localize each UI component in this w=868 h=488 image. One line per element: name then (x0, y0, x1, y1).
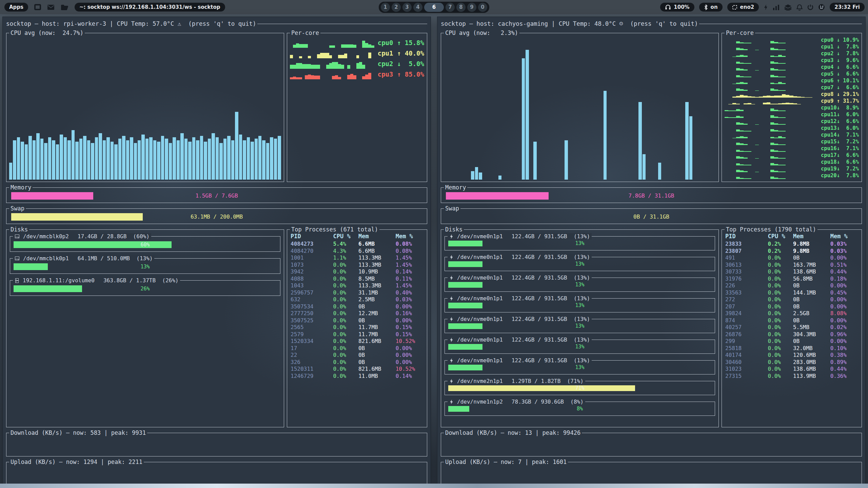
core-sparkline (725, 86, 816, 91)
process-row: 304600.0%283.0MB0.89% (722, 359, 862, 366)
process-mem: 2.5MB (358, 296, 396, 303)
active-window-title[interactable]: ~: socktop ws://192.168.1.104:3031/ws - … (75, 3, 225, 12)
core-row: cpu19↓ 7.2% (725, 165, 859, 172)
process-pid: 207 (725, 303, 768, 310)
app-logo-icon[interactable] (818, 4, 825, 11)
terminal-window-rpi-worker-3[interactable]: socktop — host: rpi-worker-3 | CPU Temp:… (3, 17, 431, 484)
clock[interactable]: 23:32 Fri (830, 3, 865, 12)
signal-bars-icon[interactable] (773, 4, 780, 10)
process-cpu: 0.0% (333, 282, 358, 289)
process-pid: 1001 (291, 255, 333, 262)
core-sparkline (725, 140, 816, 145)
chart-bar (177, 140, 180, 180)
workspace-1[interactable]: 1 (381, 3, 390, 12)
memory-panel: Memory 1.5GB / 7.6GB (6, 187, 427, 203)
core-sparkline (290, 39, 374, 48)
process-pid: 1246729 (291, 373, 333, 380)
cpu-avg-label: CPU avg (now: 2.3%) (444, 30, 519, 36)
disk-entry: /dev/nvme0n1p1122.4GB / 931.5GB (13%)13% (445, 340, 715, 354)
process-mem-pct: 0.03% (396, 296, 423, 303)
process-mem-pct: 0.16% (396, 310, 423, 317)
workspace-6[interactable]: 6 (424, 3, 444, 12)
disk-usage-pct: 60% (14, 241, 277, 248)
chart-bar (638, 102, 642, 180)
volume-pill[interactable]: 100% (660, 3, 694, 12)
per-core-list: cpu0 ↓ 10.9%cpu1 ↓ 7.8%cpu2 ↓ 7.8%cpu3 ↓… (722, 33, 862, 179)
core-label: cpu3 ↑ 85.0% (378, 69, 424, 79)
process-mem: 56.8MB (793, 276, 830, 283)
workspace-2[interactable]: 2 (392, 3, 401, 12)
chart-bar (138, 140, 141, 180)
core-label: cpu10↓ 8.9% (821, 104, 859, 111)
process-pid: 27315 (725, 373, 768, 380)
process-mem: 0B (358, 345, 396, 352)
terminal-window-cachyos-gaming[interactable]: socktop — host: cachyos-gaming | CPU Tem… (437, 17, 865, 484)
process-row: 220.0%0B0.00% (287, 352, 427, 359)
process-mem-pct: 0.10% (830, 345, 858, 352)
network-pill[interactable]: eno2 (727, 3, 759, 12)
workspace-9[interactable]: 9 (467, 3, 476, 12)
process-row: 2070.0%0B0.00% (722, 303, 862, 310)
process-pid: 326 (291, 359, 333, 366)
disk-entry: /dev/nvme0n1p1122.4GB / 931.5GB (13%)13% (445, 278, 715, 292)
process-row: 2260.0%0B0.00% (722, 282, 862, 289)
disk-list: /dev/mmcblk0p217.4GB / 28.8GB (60%)60%/d… (6, 236, 284, 296)
process-row: 310230.0%138.6MB0.44% (722, 366, 862, 373)
disk-name: /dev/nvme0n1p1 (457, 295, 503, 302)
bluetooth-pill[interactable]: on (699, 3, 723, 12)
process-row: 40880.0%8.5MB0.11% (287, 276, 427, 283)
workspace-0[interactable]: 0 (478, 3, 487, 12)
chart-bar (161, 136, 164, 180)
process-pid: 1073 (291, 262, 333, 269)
disk-title: /dev/nvme0n1p1122.4GB / 931.5GB (13%) (448, 316, 592, 322)
disk-usage: 363.8GB / 1.37TB (26%) (103, 277, 179, 284)
process-row: 25650.0%11.7MB0.15% (287, 324, 427, 331)
workspace-7[interactable]: 7 (446, 3, 455, 12)
chart-bar (643, 154, 646, 180)
upload-chart (9, 467, 424, 484)
upload-label: Upload (KB/s) — now: 1294 | peak: 2211 (9, 459, 144, 465)
process-pid: 4084273 (291, 241, 333, 248)
process-mem: 6.6MB (358, 248, 396, 255)
process-row: 307330.0%138.6MB0.44% (722, 268, 862, 276)
chart-bar (247, 137, 250, 180)
layers-icon[interactable] (784, 4, 792, 11)
chart-bar (48, 137, 51, 180)
disk-usage: 122.4GB / 931.5GB (13%) (512, 233, 590, 240)
process-row: 25967570.0%31.1MB0.40% (287, 289, 427, 297)
chart-bar (95, 137, 98, 180)
process-pid: 3942 (291, 268, 333, 276)
process-mem: 113.3MB (358, 262, 396, 269)
workspace-4[interactable]: 4 (413, 3, 422, 12)
disk-usage-bar: 13% (448, 365, 711, 370)
process-cpu: 0.0% (333, 262, 358, 269)
swap-label: Swap (9, 205, 26, 212)
process-row: 15203340.0%821.6MB10.52% (287, 338, 427, 345)
process-row: 170.0%0B0.00% (287, 345, 427, 352)
workspace-8[interactable]: 8 (456, 3, 466, 12)
power-profile-icon[interactable] (764, 4, 768, 11)
desktop-wallpaper-strip (0, 484, 868, 488)
disk-entry: /dev/nvme1n1p278.3GB / 930.6GB (8%)8% (445, 402, 715, 416)
process-row: 8740.0%0B0.00% (722, 317, 862, 324)
chart-bar (79, 139, 82, 180)
bluetooth-state: on (711, 4, 718, 10)
power-icon[interactable] (807, 4, 813, 10)
process-row: 401740.0%120.6MB0.38% (722, 352, 862, 359)
disk-title: /dev/nvme0n1p1122.4GB / 931.5GB (13%) (448, 274, 592, 281)
meter-text: 7.8GB / 31.1GB (446, 192, 857, 200)
notifications-bell-icon[interactable] (796, 4, 803, 11)
workspace-3[interactable]: 3 (402, 3, 412, 12)
process-row: 40842704.3%6.6MB0.08% (287, 248, 427, 255)
apps-button[interactable]: Apps (4, 3, 28, 12)
mail-icon[interactable] (47, 4, 55, 10)
folder-icon[interactable] (61, 4, 68, 10)
swap-bar: 0B / 31.1GB (446, 213, 857, 221)
download-panel: Download (KB/s) — now: 583 | peak: 9931 (6, 433, 427, 456)
process-mem-pct: 0.02% (830, 324, 858, 331)
disk-title: /dev/nvme0n1p1122.4GB / 931.5GB (13%) (448, 254, 592, 260)
window-icon[interactable] (34, 4, 41, 10)
process-row: 258180.0%32.0MB0.10% (722, 345, 862, 352)
memory-label: Memory (9, 184, 33, 191)
process-pid: 26876 (725, 331, 768, 338)
